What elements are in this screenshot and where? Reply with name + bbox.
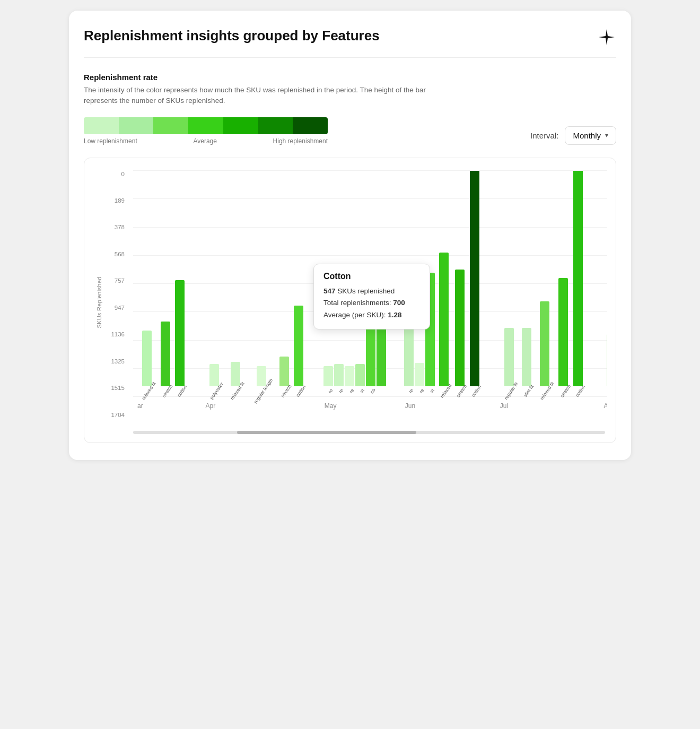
bar-col-jun-stretch: stretch xyxy=(452,270,467,400)
bar-jun-2[interactable] xyxy=(415,363,424,386)
bar-col-jun-cotton: cotton xyxy=(468,171,481,400)
bar-jul-stretch[interactable] xyxy=(558,278,568,386)
y-tick-947: 947 xyxy=(106,305,129,311)
month-bars-aug: recycled regular fit xyxy=(602,331,607,400)
page-title: Replenishment insights grouped by Featur… xyxy=(84,28,380,44)
bar-ar-cotton[interactable] xyxy=(175,280,185,386)
interval-selector: Interval: Monthly ▾ xyxy=(530,126,616,145)
bar-may-3[interactable] xyxy=(345,366,354,386)
chart-scrollbar[interactable] xyxy=(133,431,605,434)
bar-jul-relaxed-fit[interactable] xyxy=(540,301,549,386)
bar-jul-cotton[interactable] xyxy=(573,171,583,386)
bar-aug-recycled[interactable] xyxy=(607,334,607,386)
legend-avg-label: Average xyxy=(193,137,216,145)
x-label-ar: ar xyxy=(136,400,143,410)
month-bars-apr: polyester relaxed fit regular length xyxy=(205,306,305,400)
bar-col-apr-4: stretch xyxy=(277,357,291,400)
x-label-may: May xyxy=(323,400,337,410)
tooltip-avg-label: Average (per SKU): xyxy=(323,311,388,319)
bar-apr-regular-length[interactable] xyxy=(257,366,266,386)
legend-low-label: Low replenishment xyxy=(84,137,137,145)
y-tick-757: 757 xyxy=(106,277,129,284)
y-tick-378: 378 xyxy=(106,224,129,230)
month-group-apr: polyester relaxed fit regular length xyxy=(205,306,305,410)
bar-label-may-6 xyxy=(381,389,390,395)
bar-jun-relaxed[interactable] xyxy=(439,253,449,386)
month-bars-ar: relaxed fit stretch cotton xyxy=(136,280,187,400)
bar-ar-relaxed-fit[interactable] xyxy=(142,331,152,386)
bar-col-jul-stretch: stretch xyxy=(556,278,571,400)
legend-area: Low replenishment Average High replenish… xyxy=(84,117,328,145)
legend-labels: Low replenishment Average High replenish… xyxy=(84,137,328,145)
y-axis-label: SKUs Replenished xyxy=(96,276,102,328)
month-group-ar: relaxed fit stretch cotton xyxy=(136,280,187,410)
month-group-aug: recycled regular fit A xyxy=(602,331,607,410)
bar-apr-cotton[interactable] xyxy=(294,306,303,386)
bar-jul-regular-fit[interactable] xyxy=(504,328,514,386)
chevron-down-icon: ▾ xyxy=(605,132,608,139)
interval-value: Monthly xyxy=(573,131,601,140)
bar-ar-stretch[interactable] xyxy=(161,322,170,386)
y-tick-189: 189 xyxy=(106,197,129,204)
bar-jul-slim-fit[interactable] xyxy=(522,328,531,386)
bar-may-1[interactable] xyxy=(323,366,333,386)
y-tick-1704: 1704 xyxy=(106,412,129,418)
main-card: Replenishment insights grouped by Featur… xyxy=(69,11,631,460)
chart-wrapper: SKUs Replenished 1704 1515 1325 1136 947… xyxy=(84,158,616,443)
bar-label-jul-cotton: cotton xyxy=(574,384,590,401)
bar-label-jun-cotton: cotton xyxy=(471,384,487,401)
legend-seg-1 xyxy=(84,117,119,134)
legend-seg-4 xyxy=(188,117,223,134)
bar-apr-relaxed-fit[interactable] xyxy=(231,362,240,386)
legend-seg-7 xyxy=(293,117,328,134)
y-axis-ticks: 1704 1515 1325 1136 947 757 568 378 189 … xyxy=(106,171,129,418)
tooltip-total-label: Total replenishments: xyxy=(323,299,393,307)
tooltip-avg-value: 1.28 xyxy=(388,311,401,319)
section-description: The intensity of the color represents ho… xyxy=(84,85,444,107)
y-tick-568: 568 xyxy=(106,251,129,257)
bar-col-aug-1: recycled xyxy=(602,334,607,400)
bar-col-apr-1: polyester xyxy=(205,364,224,400)
interval-dropdown[interactable]: Monthly ▾ xyxy=(565,126,616,145)
tooltip-title: Cotton xyxy=(323,272,420,281)
tooltip-skus-label: SKUs replenished xyxy=(337,287,395,295)
bar-col-jul-1: regular fit xyxy=(499,328,519,400)
legend-gradient xyxy=(84,117,328,134)
section-title: Replenishment rate xyxy=(84,73,616,82)
chart-scrollbar-thumb[interactable] xyxy=(237,431,416,434)
bar-col-apr-5: cotton xyxy=(292,306,305,400)
x-label-aug: A xyxy=(602,400,607,410)
chart-plot-area: relaxed fit stretch cotton xyxy=(133,171,607,426)
x-label-jul: Jul xyxy=(499,400,508,410)
bar-col-apr-2: relaxed fit xyxy=(225,362,246,400)
chart-content: 1704 1515 1325 1136 947 757 568 378 189 … xyxy=(106,171,607,434)
tooltip-skus-row: 547 SKUs replenished xyxy=(323,285,420,298)
bar-label-ar-cotton: cotton xyxy=(176,384,192,401)
bar-col-jul-cotton: cotton xyxy=(572,171,585,400)
legend-seg-2 xyxy=(119,117,154,134)
card-header: Replenishment insights grouped by Featur… xyxy=(84,28,616,58)
chart-inner: SKUs Replenished 1704 1515 1325 1136 947… xyxy=(93,171,607,434)
legend-seg-5 xyxy=(223,117,258,134)
y-axis-label-container: SKUs Replenished xyxy=(93,171,106,434)
bar-jun-cotton[interactable] xyxy=(470,171,479,386)
month-group-jul: regular fit slim fit relaxed fit xyxy=(499,171,585,410)
bar-col-apr-3: regular length xyxy=(247,366,276,400)
tooltip-total-value: 700 xyxy=(393,299,405,307)
x-label-jun: Jun xyxy=(404,400,415,410)
y-tick-1515: 1515 xyxy=(106,385,129,391)
tooltip: Cotton 547 SKUs replenished Total replen… xyxy=(313,264,430,330)
sparkle-icon xyxy=(597,28,616,47)
bar-jun-stretch[interactable] xyxy=(455,270,465,386)
bar-col-ar-3: cotton xyxy=(173,280,187,400)
bar-col-jun-4: relaxed xyxy=(436,253,452,400)
y-tick-0: 0 xyxy=(106,171,129,177)
bar-may-4[interactable] xyxy=(355,364,365,386)
bar-apr-polyester[interactable] xyxy=(209,364,219,386)
bar-apr-stretch[interactable] xyxy=(279,357,289,386)
tooltip-avg-row: Average (per SKU): 1.28 xyxy=(323,309,420,322)
tooltip-total-row: Total replenishments: 700 xyxy=(323,297,420,309)
tooltip-skus-value: 547 xyxy=(323,287,336,295)
bar-may-2[interactable] xyxy=(334,364,344,386)
month-bars-jul: regular fit slim fit relaxed fit xyxy=(499,171,585,400)
